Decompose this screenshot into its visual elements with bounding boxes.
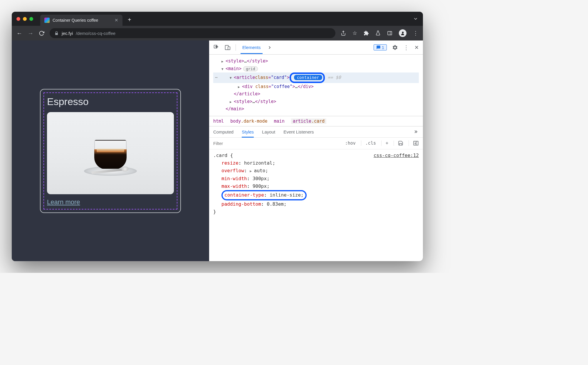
svg-rect-2 [388,31,392,35]
cls-toggle[interactable]: .cls [361,141,376,146]
profile-avatar[interactable] [399,29,406,37]
tab-event-listeners[interactable]: Event Listeners [283,129,314,134]
settings-icon[interactable] [392,45,398,50]
coffee-image [47,112,174,194]
save-styles-icon[interactable] [394,141,403,146]
breadcrumb[interactable]: html body.dark-mode main article.card [209,116,423,126]
window-maximize-button[interactable] [29,17,33,21]
card: Espresso Learn more [40,89,181,213]
devtools-panel: Elements 1 ⋮ ✕ <style>…</style> <main>gr… [209,40,423,261]
browser-tab[interactable]: Container Queries coffee ✕ [40,15,122,26]
card-title: Espresso [47,96,174,107]
more-styles-tabs-icon[interactable] [414,129,419,134]
styles-filter-input[interactable] [209,141,341,146]
new-rule-button[interactable]: + [381,141,388,146]
window-minimize-button[interactable] [23,17,27,21]
css-source-link[interactable]: css-cq-coffee:12 [374,152,419,159]
inspect-element-icon[interactable] [213,44,220,51]
favicon-icon [44,18,50,23]
css-property[interactable]: container-type: inline-size; [213,190,419,200]
dollar-zero: == $0 [328,74,341,82]
css-property[interactable]: max-width: 900px; [213,182,419,190]
hov-toggle[interactable]: :hov [345,141,356,146]
grid-badge[interactable]: grid [243,66,258,71]
dom-selected-row[interactable]: ⋯ <article class="card"> container == $0 [213,72,419,83]
toolbar-actions: ☆ ⋮ [341,29,418,37]
devtools-header: Elements 1 ⋮ ✕ [209,40,423,55]
tab-computed[interactable]: Computed [213,129,233,134]
styles-tabs: Computed Styles Layout Event Listeners [209,126,423,138]
close-tab-button[interactable]: ✕ [115,18,118,23]
traffic-lights [16,17,33,21]
back-button[interactable]: ← [16,30,22,37]
page-viewport: Espresso Learn more [12,40,209,261]
more-tabs-icon[interactable] [267,45,272,50]
device-toggle-icon[interactable] [224,44,231,51]
css-close-brace: } [213,208,419,216]
extensions-icon[interactable] [364,31,369,36]
titlebar: Container Queries coffee ✕ + [12,12,423,26]
lock-icon [54,31,59,36]
devtools-close-icon[interactable]: ✕ [414,44,419,51]
share-icon[interactable] [341,31,346,36]
issues-badge[interactable]: 1 [374,44,387,50]
dom-tree[interactable]: <style>…</style> <main>grid ⋯ <article c… [209,55,423,116]
panel-icon[interactable] [387,31,392,36]
kebab-menu-icon[interactable]: ⋮ [413,30,418,36]
tab-title: Container Queries coffee [53,18,112,23]
content-area: Espresso Learn more Elements [12,40,423,261]
computed-toggle-icon[interactable] [409,140,419,146]
styles-filter-row: :hov .cls + [209,138,423,149]
css-property[interactable]: overflow: ▶ auto; [213,167,419,175]
css-selector: .card { [213,152,233,159]
window-menu-button[interactable] [413,16,418,21]
browser-window: Container Queries coffee ✕ + ← → jec.fyi… [12,12,423,261]
learn-more-link[interactable]: Learn more [47,198,80,206]
bookmark-icon[interactable]: ☆ [352,30,357,36]
tab-layout[interactable]: Layout [262,129,275,134]
css-property[interactable]: resize: horizontal; [213,159,419,167]
css-property[interactable]: padding-bottom: 0.83em; [213,200,419,208]
url-domain: jec.fyi [62,31,73,36]
window-close-button[interactable] [16,17,20,21]
breadcrumb-selected: article.card [291,119,326,124]
address-bar[interactable]: jec.fyi/demo/css-cq-coffee [50,28,335,38]
labs-icon[interactable] [375,31,381,36]
css-rules-pane[interactable]: .card { css-cq-coffee:12 resize: horizon… [209,149,423,218]
reload-button[interactable] [39,31,44,36]
issues-count: 1 [382,45,384,50]
devtools-menu-icon[interactable]: ⋮ [403,44,409,51]
container-badge-highlight: container [290,72,325,83]
url-path: /demo/css-cq-coffee [76,31,115,36]
forward-button[interactable]: → [28,30,33,37]
new-tab-button[interactable]: + [128,16,131,23]
devtools-tab-elements[interactable]: Elements [241,45,263,54]
container-type-highlight: container-type: inline-size; [221,190,307,200]
svg-rect-7 [228,47,230,50]
css-property[interactable]: min-width: 300px; [213,175,419,182]
container-badge[interactable]: container [294,75,322,80]
svg-point-4 [402,31,404,33]
toolbar: ← → jec.fyi/demo/css-cq-coffee ☆ ⋮ [12,26,423,40]
tab-styles[interactable]: Styles [242,129,254,138]
